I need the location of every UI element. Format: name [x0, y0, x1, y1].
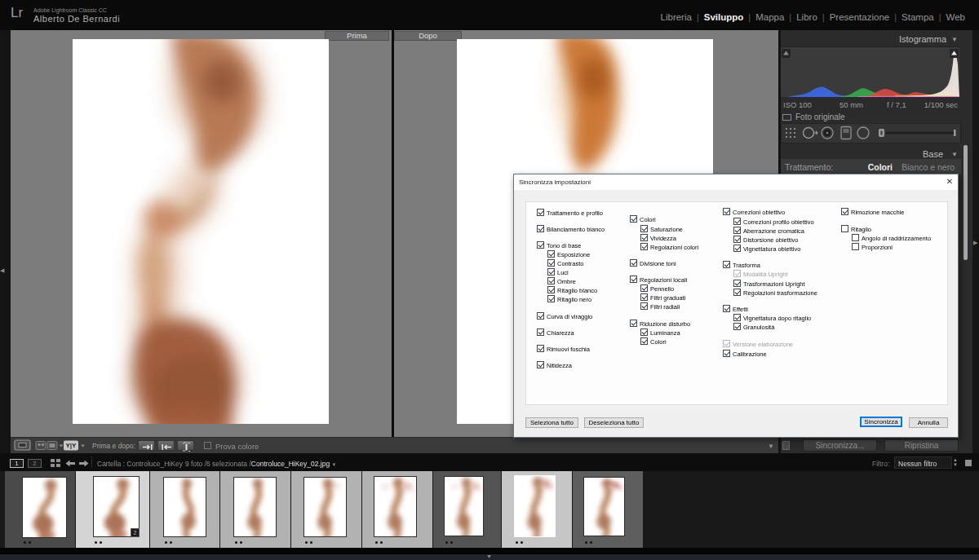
svg-text:Y|Y: Y|Y [66, 442, 78, 449]
